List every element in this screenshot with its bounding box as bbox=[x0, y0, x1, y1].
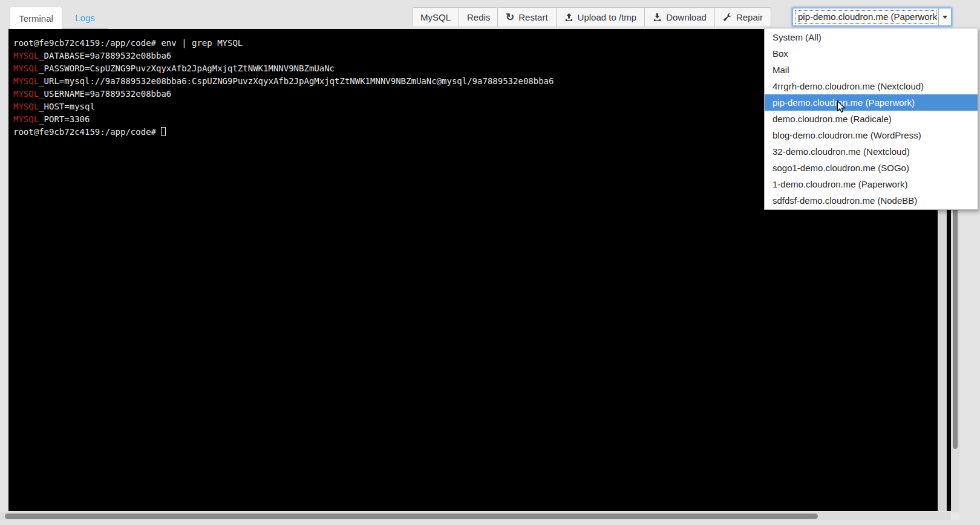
grep-match-text: MYSQL bbox=[13, 102, 39, 111]
restart-icon: ↻ bbox=[506, 12, 514, 22]
download-button-label: Download bbox=[666, 12, 707, 22]
tab-logs[interactable]: Logs bbox=[62, 7, 108, 29]
tab-terminal[interactable]: Terminal bbox=[10, 7, 62, 29]
terminal-text: root@fe9cb72c4159:/app/code# env | grep … bbox=[13, 38, 243, 48]
app-option[interactable]: sdfdsf-demo.cloudron.me (NodeBB) bbox=[765, 192, 978, 209]
terminal-text: _PASSWORD=CspUZNG9PuvzXqyxAfb2JpAgMxjqtZ… bbox=[39, 64, 335, 73]
redis-button-label: Redis bbox=[467, 12, 490, 22]
mysql-button[interactable]: MySQL bbox=[412, 7, 459, 27]
repair-button[interactable]: Repair bbox=[714, 7, 771, 27]
upload-icon bbox=[564, 13, 573, 22]
app-selector-value: pip-demo.cloudron.me (Paperwork bbox=[793, 8, 938, 25]
upload-button[interactable]: Upload to /tmp bbox=[556, 7, 645, 27]
wrench-icon bbox=[723, 13, 732, 22]
terminal-text: _HOST=mysql bbox=[39, 102, 95, 111]
mysql-button-label: MySQL bbox=[420, 12, 451, 22]
grep-match-text: MYSQL bbox=[13, 51, 39, 60]
action-button-group: ↻ Restart Upload to /tmp Download Repair bbox=[497, 7, 771, 27]
app-option[interactable]: Box bbox=[765, 45, 978, 62]
terminal-text: _USERNAME=9a7889532e08bba6 bbox=[39, 89, 171, 99]
grep-match-text: MYSQL bbox=[13, 89, 39, 99]
app-option[interactable]: pip-demo.cloudron.me (Paperwork) bbox=[765, 94, 978, 111]
restart-button-label: Restart bbox=[518, 12, 547, 22]
app-option[interactable]: sogo1-demo.cloudron.me (SOGo) bbox=[765, 160, 978, 176]
download-button[interactable]: Download bbox=[644, 7, 715, 27]
download-icon bbox=[653, 13, 662, 22]
grep-match-text: MYSQL bbox=[13, 114, 39, 124]
horizontal-scrollbar[interactable] bbox=[0, 512, 959, 520]
app-selector-arrow-button[interactable] bbox=[938, 8, 951, 25]
app-option[interactable]: 32-demo.cloudron.me (Nextcloud) bbox=[765, 143, 978, 160]
app-option[interactable]: demo.cloudron.me (Radicale) bbox=[765, 111, 978, 127]
tab-terminal-label: Terminal bbox=[19, 13, 53, 24]
app-selector-dropdown: System (All)BoxMail4rrgrh-demo.cloudron.… bbox=[764, 28, 978, 210]
restart-button[interactable]: ↻ Restart bbox=[497, 7, 557, 27]
terminal-cursor bbox=[161, 127, 166, 136]
app-option[interactable]: 1-demo.cloudron.me (Paperwork) bbox=[765, 176, 978, 192]
app-option[interactable]: blog-demo.cloudron.me (WordPress) bbox=[765, 127, 978, 143]
app-selector[interactable]: pip-demo.cloudron.me (Paperwork bbox=[792, 8, 952, 26]
database-button-group: MySQL Redis bbox=[412, 7, 498, 27]
scrollbar-corner bbox=[951, 512, 959, 520]
terminal-text: root@fe9cb72c4159:/app/code# bbox=[13, 127, 161, 137]
app-option[interactable]: 4rrgrh-demo.cloudron.me (Nextcloud) bbox=[765, 78, 978, 94]
redis-button[interactable]: Redis bbox=[459, 7, 498, 27]
grep-match-text: MYSQL bbox=[13, 64, 39, 73]
app-option[interactable]: System (All) bbox=[765, 29, 978, 45]
terminal-text: _PORT=3306 bbox=[39, 114, 90, 124]
upload-button-label: Upload to /tmp bbox=[578, 12, 637, 22]
tab-logs-label: Logs bbox=[75, 13, 95, 23]
app-option[interactable]: Mail bbox=[765, 62, 978, 78]
repair-button-label: Repair bbox=[736, 12, 763, 22]
terminal-text: _URL=mysql://9a7889532e08bba6:CspUZNG9Pu… bbox=[39, 76, 554, 86]
horizontal-scrollbar-thumb[interactable] bbox=[5, 514, 818, 519]
grep-match-text: MYSQL bbox=[13, 76, 39, 86]
chevron-down-icon bbox=[942, 16, 947, 19]
terminal-text: _DATABASE=9a7889532e08bba6 bbox=[39, 51, 171, 60]
